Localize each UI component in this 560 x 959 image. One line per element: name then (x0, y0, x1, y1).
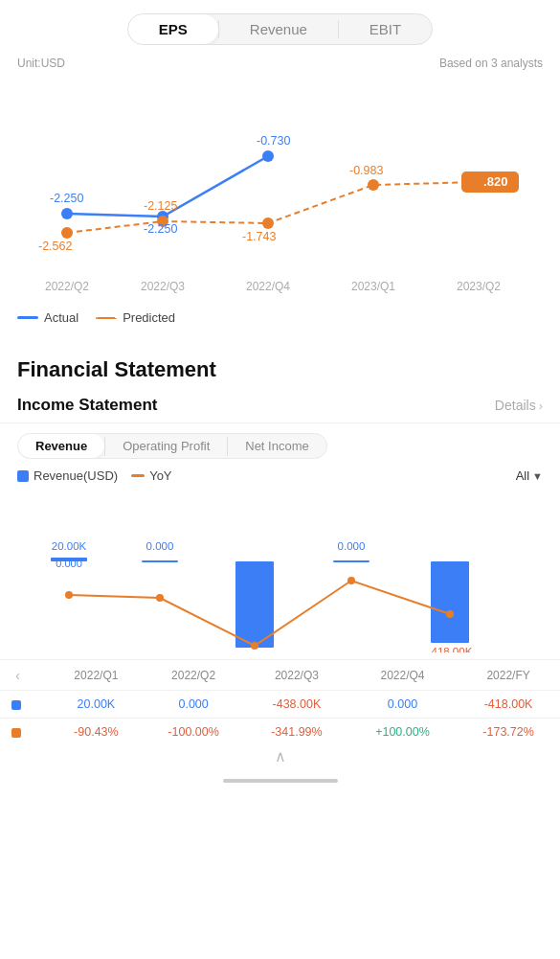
svg-point-8 (61, 227, 73, 239)
details-link[interactable]: Details › (495, 398, 543, 413)
table-cell: -173.72% (457, 719, 560, 746)
legend-predicted: Predicted (96, 310, 175, 325)
row-indicator-icon (11, 700, 21, 710)
prev-arrow-icon[interactable]: ‹ (11, 667, 24, 683)
analysts-label: Based on 3 analysts (439, 57, 543, 70)
legend-actual: Actual (17, 310, 78, 325)
financial-statement-section: Financial Statement Income Statement Det… (0, 350, 560, 745)
yoy-legend-item: YoY (131, 468, 171, 483)
actual-line-icon (17, 316, 38, 319)
data-table: ‹ 2022/Q1 2022/Q2 2022/Q3 2022/Q4 2022/F… (0, 659, 560, 745)
svg-point-33 (65, 591, 73, 599)
table-cell: 0.000 (142, 691, 245, 719)
row-indicator-cell (0, 691, 51, 719)
svg-text:-2.125: -2.125 (144, 199, 177, 213)
table-cell: 0.000 (348, 691, 457, 719)
yoy-legend-label: YoY (149, 468, 171, 483)
col-fy: 2022/FY (457, 660, 560, 691)
svg-text:-438.00K: -438.00K (233, 651, 278, 652)
svg-point-11 (368, 179, 379, 191)
svg-text:-0.983: -0.983 (349, 164, 383, 177)
revenue-legend-row: Revenue(USD) YoY All ▼ (0, 465, 560, 485)
financial-title: Financial Statement (0, 350, 560, 386)
svg-rect-31 (431, 561, 469, 643)
table-row: -90.43%-100.00%-341.99%+100.00%-173.72% (0, 719, 560, 746)
svg-text:0.000: 0.000 (338, 540, 366, 552)
col-q3: 2022/Q3 (245, 660, 348, 691)
yoy-line-icon (131, 474, 145, 477)
eps-chart-svg-wrap: 2022/Q2 2022/Q3 2022/Q4 2023/Q1 2023/Q2 … (10, 80, 550, 303)
sub-tab-revenue[interactable]: Revenue (18, 434, 104, 458)
svg-text:0.000: 0.000 (56, 558, 82, 569)
svg-text:-418.00K: -418.00K (428, 646, 473, 652)
income-statement-header: Income Statement Details › (0, 386, 560, 423)
all-dropdown[interactable]: All ▼ (516, 468, 543, 483)
scroll-up-indicator[interactable]: ∧ (0, 745, 560, 771)
svg-text:2023/Q2: 2023/Q2 (457, 280, 501, 293)
col-q4: 2022/Q4 (348, 660, 457, 691)
svg-text:-1.743: -1.743 (242, 230, 276, 243)
rev-legend-left: Revenue(USD) YoY (17, 468, 172, 483)
svg-point-34 (156, 594, 164, 602)
dropdown-arrow-icon: ▼ (532, 470, 543, 482)
sub-tab-group: Revenue Operating Profit Net Income (17, 433, 327, 459)
sub-tab-net-income[interactable]: Net Income (228, 434, 325, 458)
revenue-legend-label: Revenue(USD) (34, 468, 118, 483)
legend-predicted-label: Predicted (123, 310, 175, 325)
svg-point-14 (473, 176, 484, 188)
chevron-right-icon: › (539, 399, 543, 413)
svg-text:20.00K: 20.00K (52, 540, 87, 552)
col-nav: ‹ (0, 660, 51, 691)
svg-point-10 (262, 217, 274, 229)
row-indicator-icon (11, 728, 21, 738)
eps-chart-area: 2022/Q2 2022/Q3 2022/Q4 2023/Q1 2023/Q2 … (0, 70, 560, 303)
svg-rect-25 (142, 560, 178, 562)
svg-text:-2.250: -2.250 (144, 222, 177, 236)
tab-revenue[interactable]: Revenue (219, 14, 338, 44)
tab-ebit[interactable]: EBIT (339, 14, 432, 44)
revenue-legend-item: Revenue(USD) (17, 468, 118, 483)
sub-tab-bar: Revenue Operating Profit Net Income (0, 423, 560, 465)
table-cell: +100.00% (348, 719, 457, 746)
table-cell: 20.00K (51, 691, 143, 719)
revenue-square-icon (17, 470, 29, 482)
svg-text:-2.250: -2.250 (50, 192, 83, 205)
tab-group: EPS Revenue EBIT (127, 13, 433, 45)
table-cell: -100.00% (142, 719, 245, 746)
row-indicator-cell (0, 719, 51, 746)
svg-rect-27 (235, 561, 274, 648)
table-row: 20.00K0.000-438.00K0.000-418.00K (0, 691, 560, 719)
meta-row: Unit:USD Based on 3 analysts (0, 55, 560, 70)
handle-bar (223, 779, 338, 783)
svg-text:2022/Q2: 2022/Q2 (45, 280, 89, 293)
bar-chart-svg: 20.00K 0.000 0.000 -438.00K 0.000 -418.0… (17, 485, 543, 652)
bar-chart-wrap: 20.00K 0.000 0.000 -438.00K 0.000 -418.0… (0, 485, 560, 655)
all-label: All (516, 468, 529, 483)
table-cell: -438.00K (245, 691, 348, 719)
svg-text:2022/Q3: 2022/Q3 (141, 280, 185, 293)
svg-text:2023/Q1: 2023/Q1 (351, 280, 395, 293)
table-cell: -418.00K (457, 691, 560, 719)
svg-point-36 (347, 577, 355, 584)
sub-tab-operating-profit[interactable]: Operating Profit (105, 434, 227, 458)
legend-row: Actual Predicted (0, 303, 560, 340)
svg-point-37 (446, 610, 454, 618)
svg-rect-29 (333, 560, 370, 562)
bottom-handle (0, 771, 560, 787)
details-label: Details (495, 398, 536, 413)
svg-point-7 (262, 150, 274, 162)
svg-text:2022/Q4: 2022/Q4 (246, 280, 290, 293)
predicted-line-icon (96, 317, 117, 319)
tab-bar: EPS Revenue EBIT (0, 0, 560, 55)
svg-text:-2.562: -2.562 (38, 240, 72, 253)
income-statement-title: Income Statement (17, 396, 157, 415)
svg-text:-0.730: -0.730 (257, 134, 290, 148)
legend-actual-label: Actual (44, 310, 78, 325)
col-q2: 2022/Q2 (142, 660, 245, 691)
svg-text:0.000: 0.000 (146, 540, 174, 552)
unit-label: Unit:USD (17, 57, 65, 70)
col-q1: 2022/Q1 (51, 660, 143, 691)
tab-eps[interactable]: EPS (128, 14, 218, 44)
svg-point-35 (251, 642, 258, 650)
table-cell: -90.43% (51, 719, 143, 746)
